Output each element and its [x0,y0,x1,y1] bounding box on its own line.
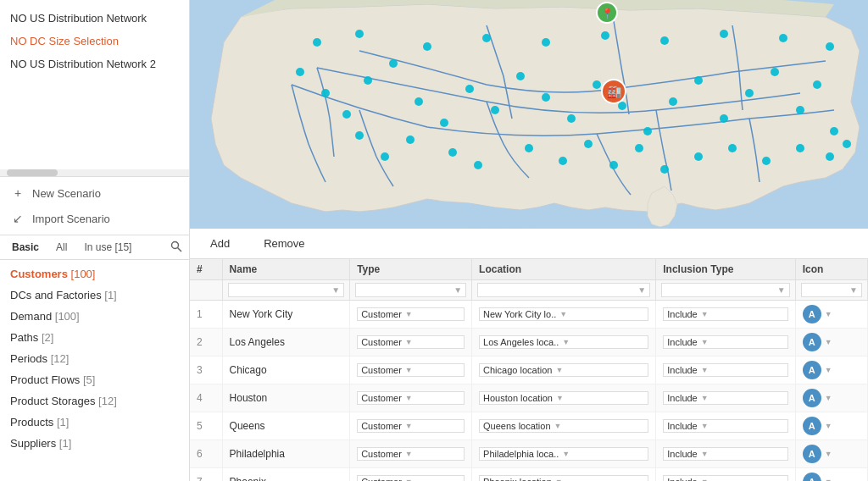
col-filter-name[interactable]: ▼ [222,280,350,301]
cell-inclusion[interactable]: Include▼ [656,384,795,412]
filter-input-inclusion-type[interactable]: ▼ [661,283,789,297]
new-scenario-button[interactable]: +New Scenario [0,180,189,206]
scenario-item-1[interactable]: NO US Distribution Network [0,7,189,30]
entity-item-paths[interactable]: Paths [2] [0,327,189,348]
cell-location[interactable]: Houston location▼ [472,384,656,412]
inclusion-dropdown[interactable]: Include▼ [663,447,787,461]
table-row: 4HoustonCustomer▼Houston location▼Includ… [190,384,868,412]
table-scroll[interactable]: #NameTypeLocationInclusion TypeIcon ▼▼▼▼… [190,259,868,481]
cell-location[interactable]: Los Angeles loca..▼ [472,329,656,357]
entity-item-product-flows[interactable]: Product Flows [5] [0,369,189,390]
location-dropdown[interactable]: New York City lo..▼ [479,307,648,321]
svg-point-3 [296,68,304,76]
import-scenario-button[interactable]: ↙Import Scenario [0,206,189,231]
type-dropdown[interactable]: Customer▼ [357,363,465,377]
inclusion-dropdown[interactable]: Include▼ [663,475,787,481]
entity-item-suppliers[interactable]: Suppliers [1] [0,433,189,454]
cell-type[interactable]: Customer▼ [350,301,472,329]
inclusion-dropdown-arrow: ▼ [701,394,709,402]
cell-inclusion[interactable]: Include▼ [656,468,795,482]
cell-location[interactable]: Chicago location▼ [472,357,656,384]
scenario-item-3[interactable]: NO US Distribution Network 2 [0,53,189,75]
cell-type[interactable]: Customer▼ [350,440,472,468]
cell-location[interactable]: Phoenix location▼ [472,468,656,482]
cell-type[interactable]: Customer▼ [350,357,472,384]
location-dropdown[interactable]: Philadelphia loca..▼ [479,447,648,461]
col-filter-icon[interactable]: ▼ [795,280,867,301]
location-dropdown[interactable]: Phoenix location▼ [479,475,648,481]
location-dropdown[interactable]: Queens location▼ [479,419,648,433]
icon-dropdown-arrow[interactable]: ▼ [825,450,832,458]
inclusion-dropdown[interactable]: Include▼ [663,307,787,321]
inclusion-dropdown[interactable]: Include▼ [663,363,787,377]
svg-point-24 [813,80,821,89]
svg-text:🏭: 🏭 [607,85,622,99]
col-filter-#[interactable] [190,280,222,301]
icon-dropdown-arrow[interactable]: ▼ [825,394,832,402]
cell-name: Chicago [222,357,350,384]
inclusion-dropdown[interactable]: Include▼ [663,419,787,433]
cell-inclusion[interactable]: Include▼ [656,357,795,384]
cell-inclusion[interactable]: Include▼ [656,440,795,468]
icon-dropdown-arrow[interactable]: ▼ [825,478,832,481]
entity-item-products[interactable]: Products [1] [0,412,189,433]
entity-item-demand[interactable]: Demand [100] [0,306,189,327]
cell-location[interactable]: New York City lo..▼ [472,301,656,329]
filter-input-location[interactable]: ▼ [477,283,650,297]
type-dropdown[interactable]: Customer▼ [357,475,465,481]
entity-name: DCs and Factories [10,289,102,301]
tab-in-use[interactable]: In use [15] [79,239,136,256]
location-dropdown[interactable]: Houston location▼ [479,391,648,405]
search-icon[interactable] [170,240,182,255]
filter-input-type[interactable]: ▼ [355,283,466,297]
tab-all[interactable]: All [51,239,72,256]
cell-type[interactable]: Customer▼ [350,384,472,412]
type-dropdown[interactable]: Customer▼ [357,419,465,433]
svg-point-46 [660,36,669,45]
table-row: 6PhiladelphiaCustomer▼Philadelphia loca.… [190,440,868,468]
cell-type[interactable]: Customer▼ [350,329,472,357]
type-dropdown[interactable]: Customer▼ [357,391,465,405]
svg-point-30 [525,144,533,152]
cell-location[interactable]: Queens location▼ [472,412,656,440]
svg-point-52 [843,140,851,148]
svg-point-51 [826,152,834,161]
new-scenario-icon: + [10,185,25,201]
cell-inclusion[interactable]: Include▼ [656,329,795,357]
filter-input-name[interactable]: ▼ [228,283,345,297]
icon-dropdown-arrow[interactable]: ▼ [825,310,832,318]
tab-basic[interactable]: Basic [7,239,44,256]
add-button[interactable]: Add [200,234,240,253]
scenario-item-2[interactable]: NO DC Size Selection [0,30,189,53]
icon-dropdown-arrow[interactable]: ▼ [825,422,832,430]
sidebar-scrollbar[interactable] [0,169,189,176]
entity-item-customers[interactable]: Customers [100] [0,263,189,285]
location-dropdown[interactable]: Chicago location▼ [479,363,648,377]
icon-dropdown-arrow[interactable]: ▼ [825,366,832,374]
remove-button[interactable]: Remove [253,234,314,253]
entity-name: Product Flows [10,373,80,386]
entity-item-product-storages[interactable]: Product Storages [12] [0,390,189,412]
entity-item-dcs-factories[interactable]: DCs and Factories [1] [0,285,189,306]
col-filter-location[interactable]: ▼ [472,280,656,301]
location-dropdown-arrow: ▼ [559,310,567,318]
icon-dropdown-arrow[interactable]: ▼ [825,338,832,346]
cell-type[interactable]: Customer▼ [350,468,472,482]
svg-point-12 [516,72,525,80]
location-dropdown[interactable]: Los Angeles loca..▼ [479,335,648,349]
entity-item-periods[interactable]: Periods [12] [0,348,189,369]
type-dropdown[interactable]: Customer▼ [357,307,465,321]
inclusion-dropdown[interactable]: Include▼ [663,391,787,405]
cell-type[interactable]: Customer▼ [350,412,472,440]
col-filter-type[interactable]: ▼ [350,280,472,301]
inclusion-dropdown-arrow: ▼ [701,478,709,481]
filter-input-icon[interactable]: ▼ [801,283,862,297]
cell-inclusion[interactable]: Include▼ [656,301,795,329]
type-dropdown[interactable]: Customer▼ [357,447,465,461]
cell-inclusion[interactable]: Include▼ [656,412,795,440]
type-dropdown[interactable]: Customer▼ [357,335,465,349]
inclusion-dropdown[interactable]: Include▼ [663,335,787,349]
svg-point-23 [796,106,804,114]
cell-location[interactable]: Philadelphia loca..▼ [472,440,656,468]
col-filter-inclusion-type[interactable]: ▼ [656,280,795,301]
